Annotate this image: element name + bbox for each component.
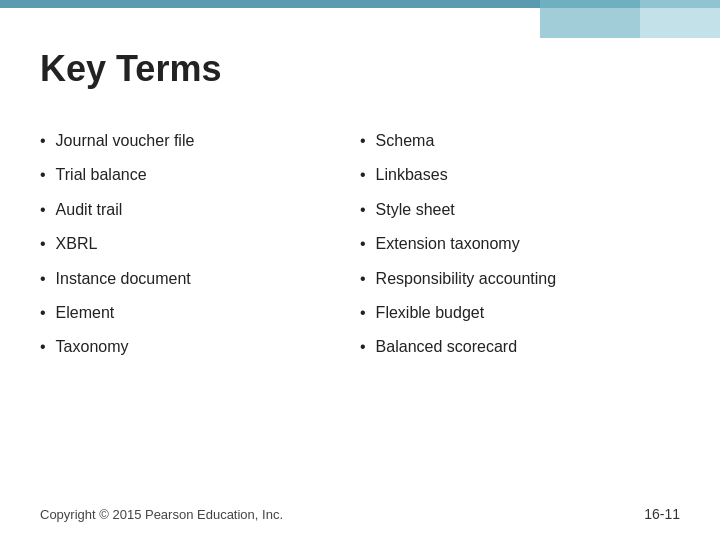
copyright-text: Copyright © 2015 Pearson Education, Inc. <box>40 507 283 522</box>
list-item: Audit trail <box>40 199 340 221</box>
page-title: Key Terms <box>40 48 221 90</box>
list-item: Linkbases <box>360 164 660 186</box>
right-bullet-list: SchemaLinkbasesStyle sheetExtension taxo… <box>360 130 660 359</box>
list-item: Journal voucher file <box>40 130 340 152</box>
list-item: XBRL <box>40 233 340 255</box>
left-column: Journal voucher fileTrial balanceAudit t… <box>40 130 360 371</box>
list-item: Instance document <box>40 268 340 290</box>
list-item: Schema <box>360 130 660 152</box>
list-item: Balanced scorecard <box>360 336 660 358</box>
list-item: Style sheet <box>360 199 660 221</box>
deco-box-2 <box>640 0 720 38</box>
list-item: Element <box>40 302 340 324</box>
deco-box-1 <box>540 0 640 38</box>
list-item: Trial balance <box>40 164 340 186</box>
list-item: Taxonomy <box>40 336 340 358</box>
footer: Copyright © 2015 Pearson Education, Inc.… <box>40 506 680 522</box>
left-bullet-list: Journal voucher fileTrial balanceAudit t… <box>40 130 340 359</box>
list-item: Responsibility accounting <box>360 268 660 290</box>
right-column: SchemaLinkbasesStyle sheetExtension taxo… <box>360 130 680 371</box>
top-right-decoration <box>540 0 720 38</box>
list-item: Flexible budget <box>360 302 660 324</box>
list-item: Extension taxonomy <box>360 233 660 255</box>
content-area: Journal voucher fileTrial balanceAudit t… <box>40 130 680 371</box>
page-number: 16-11 <box>644 506 680 522</box>
